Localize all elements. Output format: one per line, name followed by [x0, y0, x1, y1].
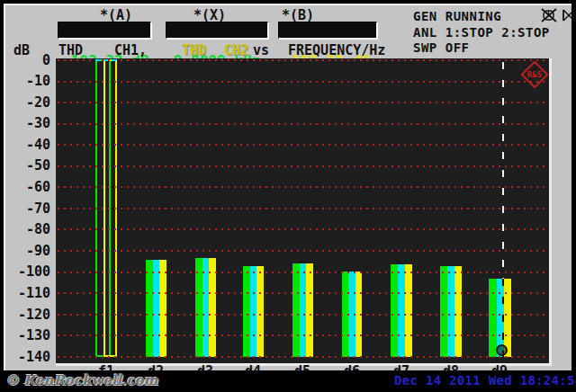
y-tick: -60: [9, 180, 50, 194]
y-tick: -100: [9, 264, 50, 279]
gridline: [58, 59, 547, 61]
channel-a-label: *(A): [89, 8, 143, 22]
sweep-status: SWP OFF: [413, 40, 470, 55]
harmonic-bar-d2: [146, 260, 166, 357]
channel-b-readout: -103.23 dB: [278, 22, 378, 40]
gridline: [58, 81, 547, 83]
gridline: [58, 228, 547, 230]
trace1-function: THD: [58, 43, 83, 58]
y-tick: -40: [9, 138, 50, 152]
gridline: [58, 165, 547, 167]
copyright-watermark: © KenRockwell.com: [5, 372, 158, 388]
gridline: [58, 186, 547, 188]
channel-x-readout: 9.0009 kHz: [166, 22, 269, 40]
channel-a-readout: -103.23 dB: [58, 22, 152, 40]
trace2-function: THD: [182, 43, 206, 58]
y-tick: -90: [9, 244, 50, 258]
channel-b-label: *(B): [271, 8, 325, 22]
plot-area: R&S: [56, 58, 552, 366]
x-axis-title: FREQUENCY/Hz: [288, 43, 385, 58]
trace1-channel: CH1,: [114, 43, 147, 58]
generator-status: GEN RUNNING: [413, 9, 501, 23]
y-tick: -120: [9, 307, 50, 322]
y-tick: -110: [9, 286, 50, 300]
y-tick: -80: [9, 222, 50, 236]
gridline: [58, 272, 547, 273]
bottom-bar: © KenRockwell.com Dec 14 2011 Wed 18:24:…: [0, 370, 576, 392]
y-tick: -140: [9, 350, 50, 364]
analyzer-screenshot: { "header": { "labels": { "a": "*(A)", "…: [0, 0, 576, 392]
y-tick: -70: [9, 201, 50, 216]
y-tick: -130: [9, 328, 50, 343]
harmonic-bar-d4: [243, 266, 264, 357]
cursor-marker: [496, 344, 508, 356]
y-tick: 0: [9, 53, 50, 67]
gridline: [58, 250, 547, 252]
vs-label: vs: [253, 43, 269, 58]
mouse-disabled-icon: [541, 8, 557, 22]
channel-x-label: *(X): [183, 8, 237, 22]
harmonic-bar-d7: [391, 264, 412, 357]
harmonic-bar-d8: [440, 266, 462, 357]
gridline: [58, 208, 547, 209]
harmonic-bar-d5: [292, 263, 313, 357]
y-tick: -50: [9, 158, 50, 173]
rs-logo: R&S: [520, 60, 548, 88]
status-icons: [541, 8, 576, 24]
gridline: [58, 292, 547, 294]
y-tick: -20: [9, 95, 50, 110]
analyzer-status: ANL 1:STOP 2:STOP: [413, 25, 550, 40]
speaker-muted-icon: [562, 8, 576, 22]
analyzer-screen: *(A) *(X) *(B) -103.23 dB 9.0009 kHz -10…: [4, 4, 572, 370]
gridline: [58, 144, 547, 146]
y-tick: -30: [9, 116, 50, 130]
gridline: [58, 314, 547, 316]
trace2-channel: CH2: [224, 43, 248, 58]
gridline: [58, 102, 547, 103]
gridline: [58, 334, 547, 336]
gridline: [58, 123, 547, 125]
gridline: [58, 356, 547, 358]
datetime-stamp: Dec 14 2011 Wed 18:24:54: [394, 373, 576, 388]
fundamental-clip-indicator: [95, 59, 118, 61]
y-tick: -10: [9, 74, 50, 88]
cursor-line: [502, 62, 504, 279]
